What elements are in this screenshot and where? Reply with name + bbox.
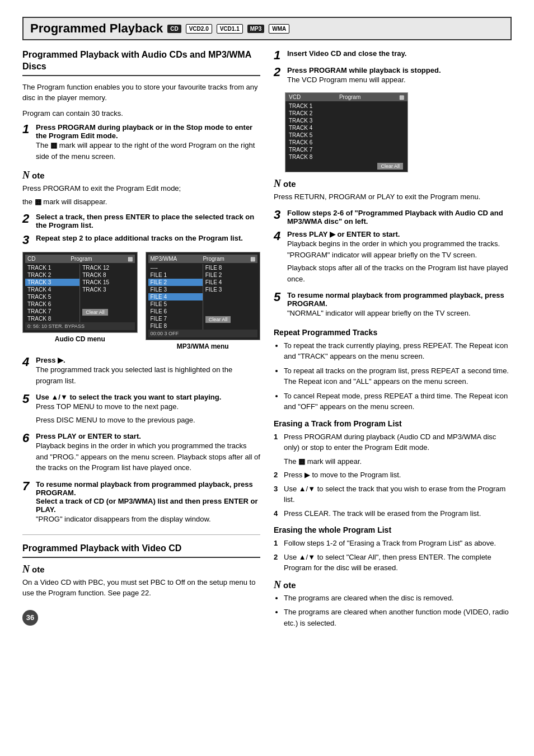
badge-vcd11: VCD1.1 [217,24,243,34]
note1-heading: ote [32,171,45,180]
track-row: TRACK 6 [25,300,79,308]
file-row [203,300,257,308]
right-step1: 1 Insert Video CD and close the tray. [274,49,512,62]
vcd-left-header: VCD [289,94,301,100]
section2-title: Programmed Playback with Video CD [22,543,260,558]
audio-cd-label: Audio CD menu [22,335,138,343]
vcd-track: TRACK 6 [285,139,407,146]
section1-title: Programmed Playback with Audio CDs and M… [22,49,260,76]
step4-sub: The programmed track you selected last i… [36,364,260,386]
vcd-clear-btn: Clear All [377,163,403,170]
right-step3-num: 3 [274,209,284,221]
track-row [80,293,134,300]
file-row: FILE 8 [203,264,257,271]
note1-header: N ote [22,170,260,181]
file-row: FILE 1 [148,271,203,279]
right-note: N ote Press RETURN, PROGRAM or PLAY to e… [274,178,512,203]
mp3-footer: 00:00 3 OFF [148,330,258,337]
right-step5: 5 To resume normal playback from program… [274,291,512,321]
step3: 3 Repeat step 2 to place additional trac… [22,234,260,246]
badge-wma: WMA [269,24,289,34]
audio-cd-footer: 0: 56: 10 STER. BYPASS [25,322,135,330]
right-step2-content: Press PROGRAM while playback is stopped.… [287,66,512,88]
right-step1-num: 1 [274,49,284,62]
right-step2-bold: Press PROGRAM while playback is stopped. [287,66,441,74]
right-step4: 4 Press PLAY ▶ or ENTER to start. Playba… [274,230,512,287]
right-column: 1 Insert Video CD and close the tray. 2 … [274,49,512,634]
right-step5-num: 5 [274,291,284,303]
audio-cd-right-tracks: TRACK 12 TRACK 8 TRACK 15 TRACK 3 Clear … [79,264,134,322]
audio-cd-track-cols: TRACK 1 TRACK 2 TRACK 3 TRACK 4 TRACK 5 … [25,264,135,322]
right-note-line: Press RETURN, PROGRAM or PLAY to exit th… [274,191,512,203]
note-icon3: N [274,579,281,591]
right-step3-content: Follow steps 2-6 of "Programmed Playback… [287,209,512,226]
step5-sub1: Press TOP MENU to move to the next page. [36,401,260,412]
clear-all-btn: Clear All [82,309,108,316]
note3-heading: ote [283,580,296,590]
step7-sub: "PROG" indicator disappears from the dis… [36,514,260,525]
repeat-list: To repeat the track currently playing, p… [274,340,512,412]
vcd-track: TRACK 5 [285,132,407,139]
erase-all-item: 1 Follow steps 1-2 of "Erasing a Track f… [274,538,512,549]
note-icon2: N [22,564,30,575]
step7: 7 To resume normal playback from program… [22,480,260,527]
note3-item: The programs are cleared when the disc i… [284,593,512,604]
mp3-label: MP3/WMA menu [146,342,261,350]
step1-sub: The ▩ mark will appear to the right of t… [36,140,260,162]
note3-item: The programs are cleared when another fu… [284,607,512,628]
file-row: ---- [148,264,203,271]
right-step2-num: 2 [274,66,284,78]
note2: N ote On a Video CD with PBC, you must s… [22,564,260,599]
mp3-header: MP3/WMA Program ▩ [148,255,258,263]
erase-track-item: 1 Press PROGRAM during playback (Audio C… [274,431,512,453]
right-step4-bold: Press PLAY ▶ or ENTER to start. [287,230,400,238]
file-row: FILE 3 [148,286,203,293]
track-row: TRACK 15 [80,279,134,286]
page-header: Programmed Playback CD VCD2.0 VCD1.1 MP3… [22,17,512,40]
right-step2: 2 Press PROGRAM while playback is stoppe… [274,66,512,88]
erase-all-title: Erasing the whole Program List [274,525,512,534]
step6-sub: Playback begins in the order in which yo… [36,440,260,473]
right-step4-num: 4 [274,230,284,242]
vcd-screen: VCD Program ▩ TRACK 1 TRACK 2 TRACK 3 TR… [285,92,408,172]
divider [22,534,260,535]
right-step5-content: To resume normal playback from programme… [287,291,512,321]
step1-content: Press PROGRAM during playback or in the … [36,123,260,164]
right-step4-sub1: Playback begins in the order in which yo… [287,238,512,260]
erase-track-item: 3 Use ▲/▼ to select the track that you w… [274,483,512,505]
file-row: FILE 8 [148,322,203,330]
note1: N ote Press PROGRAM to exit the Program … [22,170,260,207]
step4-content: Press ▶. The programmed track you select… [36,356,260,388]
vcd-edit-icon: ▩ [399,94,404,100]
vcd-track: TRACK 4 [285,124,407,132]
step7-num: 7 [22,480,32,492]
note1-line1: Press PROGRAM to exit the Program Edit m… [22,183,260,194]
track-row: TRACK 7 [25,308,79,315]
right-step3: 3 Follow steps 2-6 of "Programmed Playba… [274,209,512,226]
vcd-right-header: Program [339,94,360,100]
mp3-menu-block: MP3/WMA Program ▩ ---- FILE 1 FILE 2 FIL… [146,252,261,350]
right-step5-bold: To resume normal playback from programme… [287,291,504,308]
step3-bold: Repeat step 2 to place additional tracks… [36,234,243,242]
file-row: FILE 7 [148,315,203,322]
vcd-track: TRACK 7 [285,146,407,153]
intro1: The Program function enables you to stor… [22,82,260,104]
left-column: Programmed Playback with Audio CDs and M… [22,49,260,634]
step7-content: To resume normal playback from programme… [36,480,260,527]
vcd-track: TRACK 2 [285,110,407,117]
step5-content: Use ▲/▼ to select the track you want to … [36,393,260,428]
right-step4-content: Press PLAY ▶ or ENTER to start. Playback… [287,230,512,287]
step2-content: Select a track, then press ENTER to plac… [36,213,260,229]
step4: 4 Press ▶. The programmed track you sele… [22,356,260,388]
step3-num: 3 [22,234,32,246]
repeat-item: To repeat all tracks on the program list… [284,365,512,387]
step5-sub2: Press DISC MENU to move to the previous … [36,415,260,426]
menus-row: CD Program ▩ TRACK 1 TRACK 2 TRACK 3 TRA… [22,252,260,350]
mp3-left-files: ---- FILE 1 FILE 2 FILE 3 FILE 4 FILE 5 … [148,264,203,330]
right-step1-content: Insert Video CD and close the tray. [287,49,512,58]
track-row: TRACK 8 [25,315,79,322]
step3-content: Repeat step 2 to place additional tracks… [36,234,260,242]
note2-heading: ote [32,565,45,574]
erase-track-title: Erasing a Track from Program List [274,419,512,428]
step5: 5 Use ▲/▼ to select the track you want t… [22,393,260,428]
